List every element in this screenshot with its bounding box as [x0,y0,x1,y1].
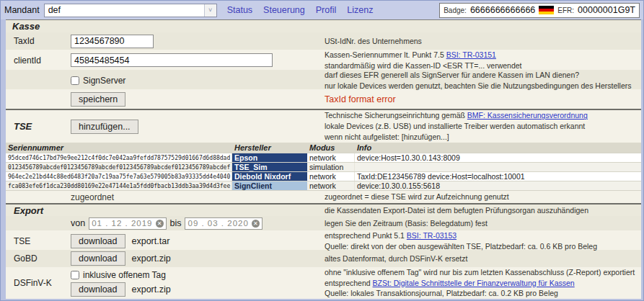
signserver-checkbox[interactable] [71,76,79,85]
assigned-info: zugeordnet = diese TSE wird zur Aufzeich… [325,192,640,202]
export-tse-info: entsprechend Punkt 5.1 BSI: TR-03153 Que… [325,230,640,251]
gobd-export-filename: export.zip [132,253,171,264]
chevron-down-icon[interactable]: ˅ [204,4,216,17]
tse-modus: network [307,181,355,190]
signserver-row: SignServer darf dieses EFR generell als … [6,70,641,89]
tse-hersteller-button[interactable]: Epson [232,153,307,162]
date-to-label: bis [170,218,182,228]
tse-table-row: 0123456789abcdef0123456789abcdef01234567… [6,163,641,172]
taxid-input[interactable] [71,35,154,48]
topbar: Mandant def ˅ Status Steuerung Profil Li… [1,1,643,19]
kasse-section-title: Kasse [6,20,641,32]
date-to-value: 09 . 03 . 2020 [188,219,248,228]
date-range-row: von 01 . 12 . 2019 ✕ bis 09 . 03 . 2020 … [6,216,641,230]
assigned-label: zugeordnet [71,192,325,202]
date-to-input[interactable]: 09 . 03 . 2020 ✕ [185,217,262,230]
clientid-row: clientId Kassen-Seriennummer lt. Punkt 7… [6,50,641,70]
top-nav: Status Steuerung Profil Lizenz [227,5,374,15]
tse-section-title: TSE [14,121,71,132]
dsfinvk-download-button[interactable]: download [71,282,125,297]
signserver-info-line2: nur lokale Devices werden genutzt, beach… [325,81,632,90]
gobd-download-button[interactable]: download [71,251,125,266]
tse-table: Seriennummer Hersteller Modus Info 95dce… [6,143,641,191]
tse-modus: simulation [307,163,355,171]
nav-link-status[interactable]: Status [227,5,252,15]
col-hersteller: Hersteller [232,143,307,153]
tse-modus: network [307,153,355,162]
tse-modus: network [307,172,355,181]
badge-value: 6666666666666 [470,5,535,15]
mandant-select[interactable]: def ˅ [44,4,217,17]
export-tse-info-line2: Quelle: direkt von der oben ausgewählten… [325,242,597,251]
mandant-label: Mandant [4,5,40,15]
date-from-value: 01 . 12 . 2019 [92,219,152,228]
tse-info-line3: wenn nicht aufgelistet: [hinzufügen...] [325,132,449,141]
date-from-label: von [71,218,85,228]
tse-export-filename: export.tar [132,236,170,246]
efr-value: 00000001G9T [578,5,635,15]
tse-table-row: 964ec2e21bd44c88ed6483f20a7c19aa75fe7a63… [6,172,641,181]
tse-table-row: fca083efe6f1dca230dd80169e22e47144e1a5fd… [6,181,641,191]
save-row: speichern TaxId format error [6,89,641,109]
export-gobd-label: GoBD [7,253,71,264]
col-info: Info [355,143,641,153]
export-gobd-info: altes Datenformat, durch DSFinV-K ersetz… [325,253,640,264]
clear-date-icon[interactable]: ✕ [156,220,164,228]
open-day-checkbox[interactable] [71,271,79,279]
tse-serial: 0123456789abcdef0123456789abcdef01234567… [6,163,232,171]
taxid-row: TaxId USt-IdNr. des Unternehmens [6,32,641,50]
clientid-label: clientId [7,55,71,66]
tse-header-row: TSE hinzufügen... Technische Sicherungse… [6,110,641,143]
tse-hersteller-button[interactable]: TSE_Sim [232,163,307,171]
nav-link-profil[interactable]: Profil [316,5,336,15]
col-modus: Modus [307,143,355,153]
tse-hersteller-button[interactable]: SignClient [232,181,307,190]
taxid-info: USt-IdNr. des Unternehmens [325,36,640,47]
clear-date-icon[interactable]: ✕ [252,220,260,228]
tse-serial: 964ec2e21bd44c88ed6483f20a7c19aa75fe7a63… [6,172,232,181]
export-tse-row: TSE download export.tar entsprechend Pun… [6,230,641,250]
export-dsfinvk-label: DSFinV-K [7,278,71,288]
main-content: Kasse TaxId USt-IdNr. des Unternehmens c… [6,19,641,299]
signserver-info-line1: darf dieses EFR generell als SignServer … [325,71,579,79]
efr-label: EFR: [557,6,574,14]
clientid-info: Kassen-Seriennummer lt. Punkt 7.5 BSI: T… [325,50,640,71]
bmf-kassensicherungsverordnung-link[interactable]: BMF: Kassensicherungsverordnung [467,111,588,120]
mandant-selected-value: def [48,5,61,15]
export-header-row: Export die Kassendaten Export-Datei ist … [6,205,641,216]
signserver-info: darf dieses EFR generell als SignServer … [325,70,640,91]
export-dsfinvk-row: DSFinV-K inklusive offenem Tag download … [6,267,641,299]
assigned-row: zugeordnet zugeordnet = diese TSE wird z… [6,191,641,203]
open-day-checkbox-label: inklusive offenem Tag [83,270,166,280]
tse-add-button[interactable]: hinzufügen... [71,120,138,134]
dsfinvk-info-line2-text: entsprechend [325,279,373,287]
clientid-input[interactable] [71,53,273,67]
tse-row-info: device:Host=10.30.0.143:8009 [355,153,641,162]
app-window: Mandant def ˅ Status Steuerung Profil Li… [0,0,644,301]
tse-download-button[interactable]: download [71,234,125,248]
badge-box: Badge: 6666666666666 EFR: 00000001G9T [439,3,640,18]
german-flag-icon [539,6,554,15]
tse-table-row: 95dced746c17bd79e9ee212c4f0dc7e042aa9fef… [6,153,641,163]
bzst-dsfinvk-link[interactable]: BZSt: Digitale Schnittstelle der Finanzv… [373,279,575,287]
clientid-info-text: Kassen-Seriennummer lt. Punkt 7.5 [325,50,446,59]
date-from-input[interactable]: 01 . 12 . 2019 ✕ [89,217,166,230]
clientid-info-line2: standardmäßig wird die Kassen-ID <ESR TT… [325,61,522,70]
export-dsfinvk-info: ohne "inklusive offenem Tag" wird nur bi… [325,267,640,299]
tse-serial: 95dced746c17bd79e9ee212c4f0dc7e042aa9fef… [6,153,232,162]
bsi-tr-03153-link[interactable]: BSI: TR-03153 [407,231,456,240]
tse-hersteller-button[interactable]: Diebold Nixdorf [232,172,307,181]
tse-row-info [355,163,641,171]
tse-section-info: Technische Sicherungseinrichtung gemäß B… [325,110,640,142]
export-tse-info-text: entsprechend Punkt 5.1 [325,231,407,240]
tse-info-line2: lokale Devices (z.B. USB) und installier… [325,122,585,130]
nav-link-steuerung[interactable]: Steuerung [263,5,305,15]
nav-link-lizenz[interactable]: Lizenz [347,5,373,15]
dsfinvk-export-filename: export.zip [132,284,171,295]
bsi-tr-03151-link[interactable]: BSI: TR-03151 [446,50,496,59]
export-gobd-row: GoBD download export.zip altes Datenform… [6,250,641,267]
tse-table-header: Seriennummer Hersteller Modus Info [6,143,641,153]
save-button[interactable]: speichern [71,92,125,107]
export-section-title: Export [14,205,325,216]
tse-row-info: TaxId:DE123456789 device:Host=localhost:… [355,172,641,181]
